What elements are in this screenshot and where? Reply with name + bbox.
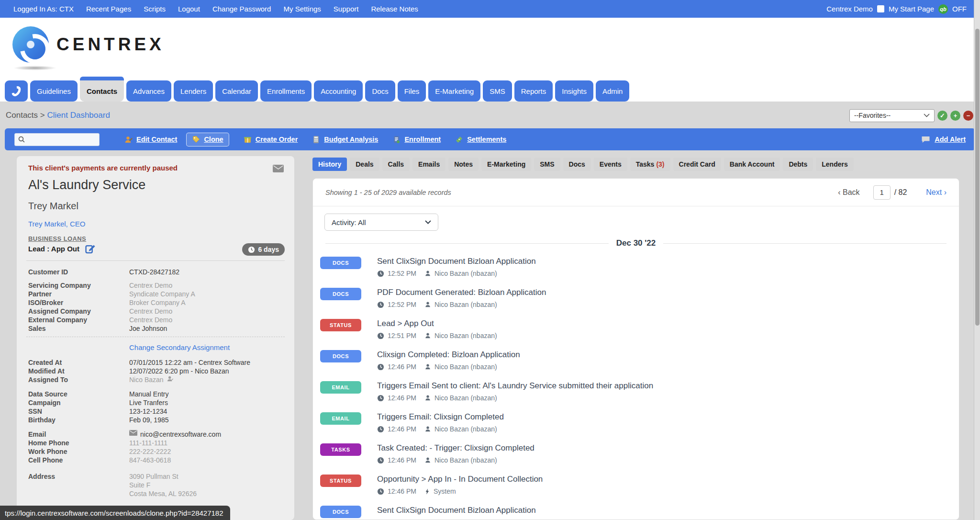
- clone-button[interactable]: Clone: [186, 133, 229, 147]
- nav-tab-e-marketing[interactable]: E-Marketing: [428, 80, 480, 102]
- quickbooks-status[interactable]: OFF: [952, 5, 967, 13]
- nav-tab-accounting[interactable]: Accounting: [314, 80, 363, 102]
- timeline-entry-title[interactable]: Triggers Email: Clixsign Completed: [377, 412, 504, 422]
- field-row-email: Emailnico@centrexsoftware.com: [28, 430, 283, 439]
- field-value: 123-12-1234: [129, 407, 283, 416]
- tab-bank-account[interactable]: Bank Account: [724, 158, 780, 171]
- tab-sms[interactable]: SMS: [534, 158, 560, 171]
- client-contact-link[interactable]: Trey Markel, CEO: [28, 220, 283, 228]
- address-value: 3090 Pullman StSuite FCosta Mesa, AL 926…: [129, 472, 197, 498]
- nav-tab-lenders[interactable]: Lenders: [174, 80, 213, 102]
- client-summary-card: This client's payments are currently pau…: [17, 156, 294, 520]
- enrollment-button[interactable]: Enrollment: [392, 136, 441, 144]
- search-input[interactable]: [28, 136, 95, 143]
- timeline-entry: EMAILTriggers Email: Clixsign Completed1…: [313, 410, 959, 441]
- email-client-icon[interactable]: [273, 165, 284, 172]
- clock-icon: [377, 426, 384, 433]
- records-header: Showing 1 - 25 of 2029 available records…: [313, 179, 959, 206]
- tab-notes[interactable]: Notes: [448, 158, 479, 171]
- next-button[interactable]: Next ›: [926, 188, 947, 197]
- my-start-page-checkbox[interactable]: [877, 5, 884, 12]
- nav-tab-advances[interactable]: Advances: [126, 80, 171, 102]
- timeline-entry-title[interactable]: Task Created: - Trigger: Clixsign Comple…: [377, 443, 535, 453]
- create-order-button[interactable]: Create Order: [244, 136, 298, 144]
- favorites-remove-icon[interactable]: −: [963, 111, 973, 121]
- field-row-iso-broker: ISO/BrokerBroker Company A: [28, 298, 283, 307]
- timeline-entry: DOCSSent ClixSign Document Bizloan Appli…: [313, 504, 959, 520]
- favorites-add-icon[interactable]: +: [950, 111, 960, 121]
- timeline-entry-title[interactable]: Triggers Email Sent to client: Al's Laun…: [377, 381, 653, 391]
- back-button[interactable]: ‹ Back: [838, 188, 859, 197]
- tab-events[interactable]: Events: [594, 158, 627, 171]
- scrollbar-thumb[interactable]: [975, 29, 980, 326]
- topbar-link-change-password[interactable]: Change Password: [212, 5, 271, 13]
- field-row-birthday: BirthdayFeb 09, 1985: [28, 416, 283, 424]
- field-value-text: Centrex Demo: [129, 316, 172, 324]
- nav-tab-sms[interactable]: SMS: [483, 80, 512, 102]
- topbar-link-support[interactable]: Support: [334, 5, 359, 13]
- search-box[interactable]: [14, 133, 100, 146]
- timeline-entry-title[interactable]: PDF Document Generated: Bizloan Applicat…: [377, 288, 546, 297]
- breadcrumb-section[interactable]: Contacts >: [6, 111, 45, 120]
- tab-e-marketing[interactable]: E-Marketing: [481, 158, 531, 171]
- timeline-entry-user: Nico Bazan (nbazan): [434, 394, 497, 402]
- settlements-button[interactable]: Settlements: [455, 136, 506, 144]
- nav-tab-home[interactable]: [5, 80, 28, 102]
- field-label: Servicing Company: [28, 281, 129, 290]
- tab-debts[interactable]: Debts: [783, 158, 813, 171]
- user-icon: [424, 270, 431, 277]
- timeline-entry-content: Lead > App Out12:51 PMNico Bazan (nbazan…: [377, 319, 497, 348]
- edit-stage-icon[interactable]: [85, 244, 95, 254]
- timeline-entry-title[interactable]: Opportunity > App In - In Document Colle…: [377, 475, 543, 484]
- tab-lenders[interactable]: Lenders: [816, 158, 853, 171]
- field-value-text: Feb 09, 1985: [129, 416, 169, 424]
- nav-tab-guidelines[interactable]: Guidelines: [30, 80, 78, 102]
- tab-calls[interactable]: Calls: [382, 158, 410, 171]
- page-number-input[interactable]: [873, 185, 891, 200]
- nav-tab-insights[interactable]: Insights: [555, 80, 593, 102]
- budget-analysis-button[interactable]: Budget Analysis: [312, 136, 378, 144]
- favorites-apply-icon[interactable]: ✓: [937, 111, 947, 121]
- quickbooks-icon[interactable]: qb: [938, 4, 948, 14]
- tab-deals[interactable]: Deals: [350, 158, 379, 171]
- timeline-entry-title[interactable]: Lead > App Out: [377, 319, 497, 328]
- nav-tab-admin[interactable]: Admin: [596, 80, 630, 102]
- nav-tab-enrollments[interactable]: Enrollments: [260, 80, 312, 102]
- topbar-link-scripts[interactable]: Scripts: [144, 5, 166, 13]
- tab-docs[interactable]: Docs: [563, 158, 591, 171]
- topbar-link-release-notes[interactable]: Release Notes: [371, 5, 418, 13]
- change-secondary-assignment-link[interactable]: Change Secondary Assignment: [129, 343, 283, 351]
- timeline-entry-meta: 12:46 PMNico Bazan (nbazan): [377, 425, 504, 433]
- topbar-link-logged-in-as-ctx[interactable]: Logged In As: CTX: [13, 5, 74, 13]
- topbar-link-recent-pages[interactable]: Recent Pages: [86, 5, 131, 13]
- timeline-entry-title[interactable]: Sent ClixSign Document Bizloan Applicati…: [377, 506, 536, 515]
- nav-tab-reports[interactable]: Reports: [514, 80, 553, 102]
- timeline-entry-title[interactable]: Sent ClixSign Document Bizloan Applicati…: [377, 257, 536, 266]
- nav-tab-docs[interactable]: Docs: [365, 80, 395, 102]
- topbar-link-my-settings[interactable]: My Settings: [283, 5, 321, 13]
- nav-tab-calendar[interactable]: Calendar: [215, 80, 258, 102]
- field-row-partner: PartnerSyndicate Company A: [28, 290, 283, 298]
- program-label[interactable]: BUSINESS LOANS: [28, 235, 283, 242]
- field-value-text: 847-463-0618: [129, 456, 171, 464]
- activity-filter-select[interactable]: Activity: All: [324, 214, 438, 231]
- timeline-entry-meta: 12:52 PMNico Bazan (nbazan): [377, 301, 546, 308]
- user-icon: [424, 426, 431, 432]
- tab-credit-card[interactable]: Credit Card: [673, 158, 721, 171]
- page-scrollbar[interactable]: [974, 0, 980, 520]
- nav-tab-files[interactable]: Files: [398, 80, 426, 102]
- settlements-label: Settlements: [467, 136, 506, 143]
- add-alert-button[interactable]: Add Alert: [921, 136, 966, 143]
- history-timeline: DOCSSent ClixSign Document Bizloan Appli…: [313, 255, 959, 520]
- timeline-badge-column: STATUS: [313, 475, 377, 504]
- tab-emails[interactable]: Emails: [412, 158, 445, 171]
- favorites-select[interactable]: --Favorites--: [849, 109, 935, 122]
- edit-contact-button[interactable]: Edit Contact: [124, 136, 177, 144]
- field-value-text: Manual Entry: [129, 390, 168, 398]
- nav-tab-contacts[interactable]: Contacts: [80, 80, 124, 102]
- top-bar: Logged In As: CTXRecent PagesScriptsLogo…: [0, 0, 980, 18]
- timeline-entry-title[interactable]: Clixsign Completed: Bizloan Application: [377, 350, 520, 360]
- tab-history[interactable]: History: [312, 158, 347, 171]
- tab-tasks[interactable]: Tasks (3): [630, 158, 670, 171]
- topbar-link-logout[interactable]: Logout: [178, 5, 200, 13]
